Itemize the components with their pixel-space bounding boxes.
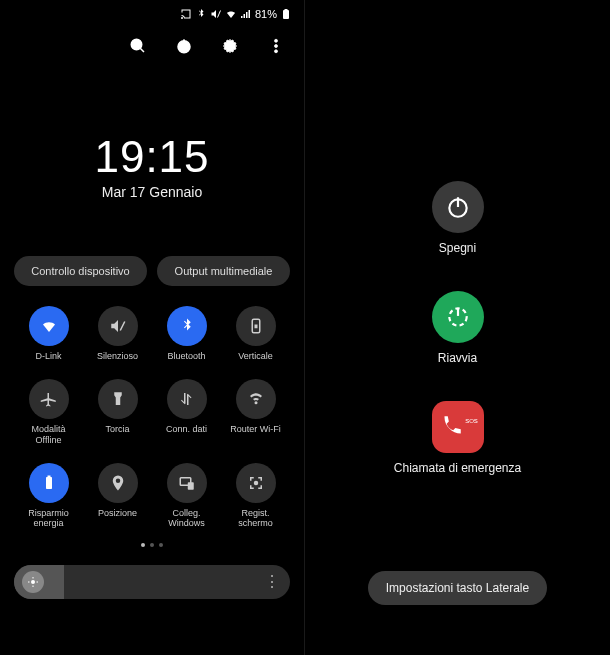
qs-airplane[interactable]: Modalità Offline	[18, 379, 79, 445]
more-vert-icon	[267, 37, 285, 55]
power-off-label: Spegni	[439, 241, 476, 255]
windows-link-icon	[167, 463, 207, 503]
qs-label: Posizione	[98, 508, 137, 518]
svg-point-4	[131, 39, 142, 50]
hotspot-icon	[236, 379, 276, 419]
qs-label: Regist. schermo	[226, 508, 286, 529]
qs-label: Colleg. Windows	[157, 508, 217, 529]
qs-label: Torcia	[105, 424, 129, 434]
power-off-button[interactable]: Spegni	[432, 181, 484, 255]
wifi-status-icon	[225, 8, 237, 20]
svg-point-14	[254, 402, 257, 405]
qs-label: Router Wi-Fi	[230, 424, 281, 434]
qs-rotation[interactable]: Verticale	[225, 306, 286, 361]
power-button[interactable]	[174, 36, 194, 56]
quick-settings-grid: D-Link Silenzioso Bluetooth Verticale Mo…	[0, 306, 304, 529]
clock-date: Mar 17 Gennaio	[0, 184, 304, 200]
quick-settings-panel: 81% 19:15 Mar 17 Gennaio Controllo dispo…	[0, 0, 305, 655]
sos-badge: SOS	[465, 418, 478, 424]
dot	[141, 543, 145, 547]
restart-icon	[432, 291, 484, 343]
svg-point-9	[275, 45, 278, 48]
svg-rect-13	[254, 325, 257, 329]
dot	[159, 543, 163, 547]
cast-icon	[180, 8, 192, 20]
bluetooth-icon	[167, 306, 207, 346]
emergency-icon: SOS	[432, 401, 484, 453]
data-icon	[167, 379, 207, 419]
svg-line-11	[120, 322, 125, 331]
control-pills: Controllo dispositivo Output multimedial…	[0, 256, 304, 286]
qs-power-saving[interactable]: Risparmio energia	[18, 463, 79, 529]
svg-rect-16	[47, 476, 50, 478]
svg-rect-2	[283, 10, 289, 19]
wifi-icon	[29, 306, 69, 346]
qs-silent[interactable]: Silenzioso	[87, 306, 148, 361]
power-menu-panel: Spegni Riavvia SOS Chiamata di emergenza…	[305, 0, 610, 655]
qs-label: Modalità Offline	[19, 424, 79, 445]
svg-point-8	[275, 39, 278, 42]
sun-icon	[27, 576, 39, 588]
svg-line-1	[217, 11, 220, 18]
qs-flashlight[interactable]: Torcia	[87, 379, 148, 445]
svg-point-0	[181, 17, 183, 19]
qs-label: Bluetooth	[167, 351, 205, 361]
restart-button[interactable]: Riavvia	[432, 291, 484, 365]
mute-icon	[98, 306, 138, 346]
power-off-icon	[432, 181, 484, 233]
brightness-more-button[interactable]: ⋮	[264, 572, 280, 591]
svg-rect-3	[285, 9, 288, 11]
flashlight-icon	[98, 379, 138, 419]
svg-rect-15	[46, 477, 52, 489]
svg-line-5	[140, 48, 144, 52]
toolbar	[0, 24, 304, 68]
status-bar: 81%	[0, 0, 304, 24]
qs-label: D-Link	[35, 351, 61, 361]
dot	[150, 543, 154, 547]
brightness-thumb[interactable]	[22, 571, 44, 593]
qs-label: Silenzioso	[97, 351, 138, 361]
more-button[interactable]	[266, 36, 286, 56]
airplane-icon	[29, 379, 69, 419]
clock-area: 19:15 Mar 17 Gennaio	[0, 132, 304, 200]
screen-record-icon	[236, 463, 276, 503]
qs-location[interactable]: Posizione	[87, 463, 148, 529]
settings-button[interactable]	[220, 36, 240, 56]
restart-label: Riavvia	[438, 351, 477, 365]
qs-label: Risparmio energia	[19, 508, 79, 529]
brightness-slider[interactable]: ⋮	[14, 565, 290, 599]
power-icon	[175, 37, 193, 55]
mute-status-icon	[210, 8, 222, 20]
svg-point-20	[31, 580, 35, 584]
qs-mobile-data[interactable]: Conn. dati	[156, 379, 217, 445]
gear-icon	[221, 37, 239, 55]
search-button[interactable]	[128, 36, 148, 56]
search-icon	[129, 37, 147, 55]
qs-screen-record[interactable]: Regist. schermo	[225, 463, 286, 529]
qs-windows-link[interactable]: Colleg. Windows	[156, 463, 217, 529]
location-icon	[98, 463, 138, 503]
qs-label: Conn. dati	[166, 424, 207, 434]
bluetooth-status-icon	[195, 8, 207, 20]
media-output-button[interactable]: Output multimediale	[157, 256, 290, 286]
power-menu: Spegni Riavvia SOS Chiamata di emergenza…	[305, 0, 610, 655]
qs-label: Verticale	[238, 351, 273, 361]
qs-wifi[interactable]: D-Link	[18, 306, 79, 361]
clock-time: 19:15	[0, 132, 304, 182]
svg-point-19	[253, 481, 258, 486]
qs-hotspot[interactable]: Router Wi-Fi	[225, 379, 286, 445]
svg-rect-18	[187, 482, 193, 490]
rotation-lock-icon	[236, 306, 276, 346]
emergency-call-button[interactable]: SOS Chiamata di emergenza	[394, 401, 521, 475]
battery-icon	[280, 8, 292, 20]
battery-percent: 81%	[255, 8, 277, 20]
device-control-button[interactable]: Controllo dispositivo	[14, 256, 147, 286]
emergency-label: Chiamata di emergenza	[394, 461, 521, 475]
side-key-settings-button[interactable]: Impostazioni tasto Laterale	[368, 571, 547, 605]
svg-point-10	[275, 50, 278, 53]
page-indicator	[0, 543, 304, 547]
qs-bluetooth[interactable]: Bluetooth	[156, 306, 217, 361]
signal-icon	[240, 8, 252, 20]
battery-saver-icon	[29, 463, 69, 503]
